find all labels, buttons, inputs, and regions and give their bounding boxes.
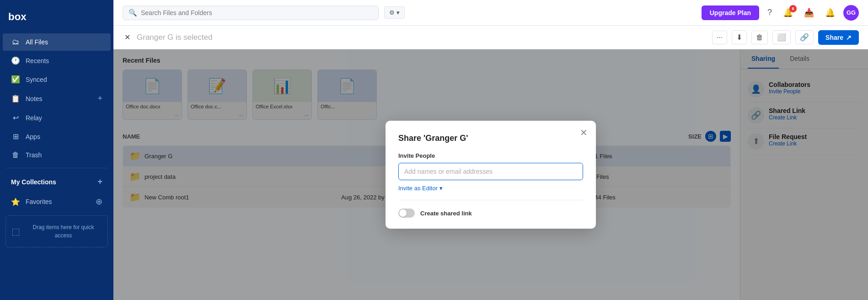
help-button[interactable]: ? xyxy=(765,6,775,19)
file-area-header: ✕ Granger G is selected ··· ⬇ 🗑 ⬜ 🔗 Shar… xyxy=(113,26,868,49)
sync-icon: ✅ xyxy=(11,75,20,84)
drag-label: Drag items here for quick access xyxy=(25,223,102,240)
search-icon: 🔍 xyxy=(129,9,137,17)
sidebar-item-relay[interactable]: ↩ Relay xyxy=(3,109,111,127)
modal-overlay[interactable]: ✕ Share 'Granger G' Invite People Invite… xyxy=(113,49,868,300)
sidebar-item-synced[interactable]: ✅ Synced xyxy=(3,70,111,88)
sidebar-item-label: All Files xyxy=(26,38,102,46)
link-icon: 🔗 xyxy=(800,33,809,42)
filter-button[interactable]: ⚙ ▾ xyxy=(384,6,405,19)
help-icon: ? xyxy=(767,8,772,17)
download-icon: ⬇ xyxy=(736,33,742,42)
create-shared-link-label: Create shared link xyxy=(420,210,583,217)
selection-suffix: is selected xyxy=(173,33,212,42)
star-icon: ⭐ xyxy=(11,198,20,206)
preview-icon: ⬜ xyxy=(777,33,786,42)
filter-icon: ⚙ xyxy=(389,9,395,16)
trash-icon: 🗑 xyxy=(11,151,20,159)
share-link-toggle[interactable] xyxy=(398,209,415,218)
tasks-button[interactable]: 📥 xyxy=(801,6,817,20)
sidebar-my-collections[interactable]: My Collections + xyxy=(3,172,111,191)
upgrade-plan-button[interactable]: Upgrade Plan xyxy=(702,5,759,20)
link-button[interactable]: 🔗 xyxy=(795,30,814,44)
app-logo[interactable]: box xyxy=(0,4,113,33)
svg-text:box: box xyxy=(8,11,27,22)
selection-name: Granger G xyxy=(137,33,173,42)
add-collection-icon[interactable]: + xyxy=(97,177,102,187)
invite-as-editor-label: Invite as Editor xyxy=(398,185,438,192)
sidebar-divider xyxy=(5,168,108,168)
search-input[interactable] xyxy=(141,9,373,16)
sidebar-item-notes[interactable]: 📋 Notes + xyxy=(3,89,111,108)
folder-icon: 🗂 xyxy=(11,38,20,46)
modal-close-button[interactable]: ✕ xyxy=(580,128,588,137)
notifications-button[interactable]: 🔔 6 xyxy=(780,6,796,20)
share-arrow-icon: ↗ xyxy=(846,34,852,41)
sidebar-item-label: Notes xyxy=(26,95,97,102)
sidebar-item-recents[interactable]: 🕐 Recents xyxy=(3,52,111,70)
more-actions-button[interactable]: ··· xyxy=(712,31,727,44)
sidebar-item-apps[interactable]: ⊞ Apps xyxy=(3,128,111,145)
relay-icon: ↩ xyxy=(11,113,20,122)
invite-section-label: Invite People xyxy=(398,152,583,159)
my-collections-label: My Collections xyxy=(11,178,56,186)
topbar: 🔍 ⚙ ▾ Upgrade Plan ? 🔔 6 📥 🔔 GG xyxy=(113,0,868,26)
share-link-section: Create shared link xyxy=(398,209,583,218)
modal-title: Share 'Granger G' xyxy=(398,134,583,143)
download-button[interactable]: ⬇ xyxy=(732,30,747,44)
drag-icon: ⬚ xyxy=(11,225,20,238)
sidebar-item-label: Trash xyxy=(26,151,102,159)
ellipsis-icon: ··· xyxy=(717,33,723,42)
apps-icon: ⊞ xyxy=(11,132,20,141)
user-avatar[interactable]: GG xyxy=(843,5,859,21)
sidebar-item-label: Recents xyxy=(26,57,102,64)
sidebar-item-label: Favorites xyxy=(26,198,96,205)
sidebar-item-label: Relay xyxy=(26,114,102,122)
sidebar-item-label: Apps xyxy=(26,133,102,140)
clock-icon: 🕐 xyxy=(11,56,20,65)
notification-badge: 6 xyxy=(789,5,797,12)
invite-input[interactable] xyxy=(398,163,583,180)
main-content: 🔍 ⚙ ▾ Upgrade Plan ? 🔔 6 📥 🔔 GG ✕ Grange… xyxy=(113,0,868,300)
share-label: Share xyxy=(825,34,843,41)
tasks-icon: 📥 xyxy=(804,8,814,17)
alert-icon: 🔔 xyxy=(825,8,835,17)
selection-title: Granger G is selected xyxy=(137,33,212,42)
share-button[interactable]: Share ↗ xyxy=(818,30,859,45)
sidebar: box 🗂 All Files 🕐 Recents ✅ Synced 📋 Not… xyxy=(0,0,113,300)
chevron-down-icon: ▾ xyxy=(439,185,443,192)
search-bar[interactable]: 🔍 xyxy=(123,5,379,20)
add-note-icon[interactable]: + xyxy=(97,94,102,103)
notes-icon: 📋 xyxy=(11,94,20,103)
sidebar-item-trash[interactable]: 🗑 Trash xyxy=(3,146,111,164)
sidebar-item-favorites[interactable]: ⭐ Favorites ⊕ xyxy=(3,192,111,211)
sidebar-item-label: Synced xyxy=(26,76,102,83)
sidebar-item-all-files[interactable]: 🗂 All Files xyxy=(3,33,111,51)
close-selection-button[interactable]: ✕ xyxy=(123,32,132,43)
invite-as-editor-dropdown[interactable]: Invite as Editor ▾ xyxy=(398,185,583,192)
drag-drop-area: ⬚ Drag items here for quick access xyxy=(5,215,108,247)
share-modal: ✕ Share 'Granger G' Invite People Invite… xyxy=(386,121,596,229)
filter-arrow-icon: ▾ xyxy=(396,9,400,16)
preview-button[interactable]: ⬜ xyxy=(772,30,791,44)
trash-icon: 🗑 xyxy=(756,33,763,42)
content-area: Recent Files 📄 Office doc.docx ··· 📝 Off… xyxy=(113,49,868,300)
modal-divider xyxy=(398,200,583,200)
delete-button[interactable]: 🗑 xyxy=(751,31,768,44)
share-link-label-col: Create shared link xyxy=(420,210,583,217)
add-favorite-icon[interactable]: ⊕ xyxy=(96,197,102,207)
alerts-button[interactable]: 🔔 xyxy=(822,6,838,20)
